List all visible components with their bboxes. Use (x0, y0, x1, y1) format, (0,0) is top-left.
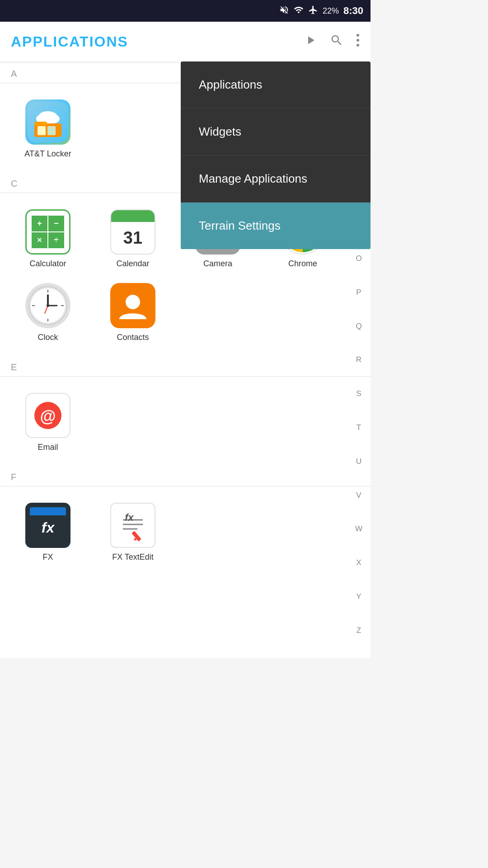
app-item-email[interactable]: @ Email (7, 387, 89, 458)
fx-textedit-label: FX TextEdit (112, 552, 154, 562)
svg-point-1 (357, 39, 359, 42)
app-item-fx[interactable]: fx FX (7, 497, 89, 567)
camera-label: Camera (203, 259, 232, 269)
dropdown-widgets[interactable]: Widgets (181, 108, 371, 156)
app-item-clock[interactable]: Clock (7, 278, 89, 348)
contacts-icon (110, 283, 155, 328)
app-item-calendar[interactable]: 31 Calendar (92, 204, 174, 274)
calendar-icon: 31 (110, 209, 155, 255)
chrome-label: Chrome (288, 259, 317, 269)
alpha-x[interactable]: X (356, 559, 361, 566)
dropdown-terrain-settings[interactable]: Terrain Settings (181, 203, 371, 249)
svg-point-31 (126, 295, 140, 309)
app-item-fx-textedit[interactable]: fx FX TextEdit (92, 497, 174, 567)
search-icon[interactable] (330, 33, 343, 50)
alpha-t[interactable]: T (357, 424, 361, 431)
app-grid-e: @ Email (0, 384, 371, 465)
more-options-icon[interactable] (356, 33, 360, 50)
status-icons: 22% 8:30 (279, 5, 363, 17)
mute-icon (279, 5, 289, 17)
svg-point-6 (47, 114, 60, 123)
main-content: A (0, 61, 371, 658)
contacts-label: Contacts (117, 333, 149, 342)
divider-f (0, 486, 371, 486)
fx-icon: fx (25, 503, 70, 548)
email-label: Email (38, 443, 58, 452)
alpha-r[interactable]: R (356, 356, 361, 363)
alpha-o[interactable]: O (356, 255, 361, 262)
svg-rect-36 (30, 512, 66, 515)
section-header-e: E (0, 355, 371, 376)
wifi-icon (294, 5, 304, 17)
app-bar: APPLICATIONS (0, 22, 371, 61)
alpha-z[interactable]: Z (357, 627, 361, 634)
fx-label: FX (42, 552, 53, 562)
dropdown-menu: Applications Widgets Manage Applications… (181, 61, 371, 249)
calculator-icon: + − × ÷ (25, 209, 70, 255)
att-locker-icon (25, 99, 70, 145)
calculator-label: Calculator (29, 259, 66, 269)
svg-rect-8 (34, 122, 47, 125)
app-item-att-locker[interactable]: AT&T Locker (7, 94, 89, 164)
svg-point-26 (47, 304, 49, 307)
section-e: E @ Email (0, 355, 371, 465)
svg-rect-9 (38, 126, 46, 135)
status-bar: 22% 8:30 (0, 0, 371, 22)
svg-rect-10 (47, 126, 56, 135)
alpha-u[interactable]: U (356, 458, 361, 465)
svg-point-0 (357, 34, 359, 37)
divider-e (0, 376, 371, 377)
play-store-icon[interactable] (304, 33, 317, 50)
svg-text:fx: fx (42, 519, 55, 536)
clock-label: Clock (38, 333, 58, 342)
clock-icon (25, 283, 70, 328)
app-grid-f: fx FX fx (0, 494, 371, 575)
dropdown-applications[interactable]: Applications (181, 61, 371, 108)
alpha-w[interactable]: W (355, 525, 362, 533)
app-item-contacts[interactable]: Contacts (92, 278, 174, 348)
alpha-v[interactable]: V (356, 491, 361, 499)
alpha-y[interactable]: Y (356, 593, 361, 600)
alpha-s[interactable]: S (356, 390, 361, 397)
fx-textedit-icon: fx (110, 503, 155, 548)
battery-text: 22% (323, 6, 339, 16)
app-item-calculator[interactable]: + − × ÷ Calculator (7, 204, 89, 274)
svg-text:@: @ (40, 407, 56, 425)
page-title: APPLICATIONS (11, 33, 304, 50)
airplane-icon (308, 5, 318, 17)
att-locker-label: AT&T Locker (24, 149, 71, 159)
alpha-p[interactable]: P (356, 288, 361, 296)
section-header-f: F (0, 465, 371, 486)
svg-text:fx: fx (125, 512, 134, 523)
app-bar-actions (304, 33, 360, 50)
section-f: F fx FX (0, 465, 371, 575)
alpha-q[interactable]: Q (356, 322, 361, 330)
time-text: 8:30 (343, 5, 363, 17)
dropdown-manage-applications[interactable]: Manage Applications (181, 156, 371, 203)
email-icon: @ (25, 393, 70, 438)
calendar-label: Calendar (116, 259, 149, 269)
svg-point-2 (357, 44, 359, 47)
